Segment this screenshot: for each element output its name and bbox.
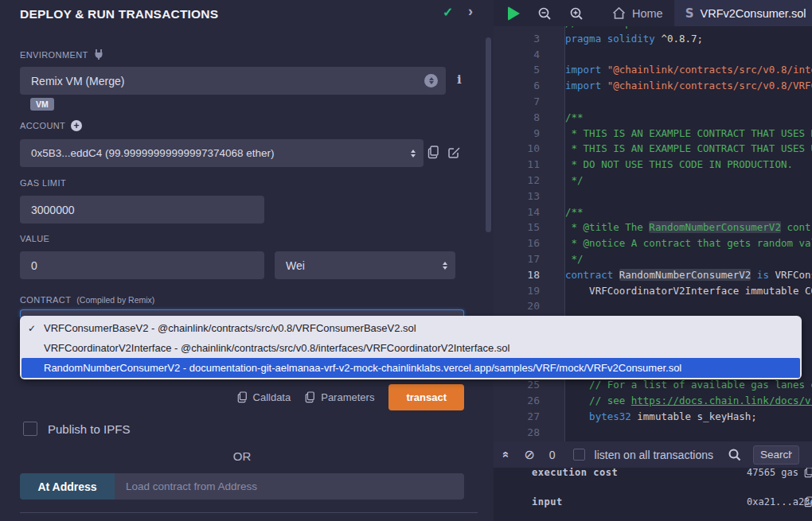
- line-number: 13: [494, 189, 540, 204]
- at-address-input[interactable]: [115, 473, 464, 500]
- publish-checkbox[interactable]: [23, 422, 37, 436]
- line-number: 16: [494, 235, 540, 251]
- home-icon: [612, 7, 626, 20]
- code-line: [565, 189, 812, 204]
- tab-active-file[interactable]: S VRFv2Consumer.sol ×: [674, 0, 812, 26]
- zoom-in-icon[interactable]: [569, 6, 584, 21]
- listen-checkbox[interactable]: [573, 449, 585, 461]
- plug-icon: [94, 49, 103, 60]
- code-line: [565, 94, 812, 110]
- code-line: * DO NOT USE THIS CODE IN PRODUCTION.: [565, 157, 812, 173]
- line-number: 15: [494, 220, 540, 235]
- code-line: */: [565, 251, 812, 267]
- environment-label: ENVIRONMENT: [20, 49, 103, 60]
- terminal-key: input: [532, 496, 563, 507]
- terminal-key: execution cost: [532, 468, 618, 478]
- copy-icon: [305, 391, 315, 403]
- play-icon[interactable]: [508, 6, 520, 21]
- block-icon[interactable]: ⊘: [524, 447, 534, 462]
- environment-value: Remix VM (Merge): [31, 75, 424, 87]
- chevron-right-icon[interactable]: ›: [468, 3, 473, 20]
- vm-badge: VM: [30, 98, 54, 111]
- code-line: * @notice A contract that gets random va…: [565, 235, 812, 251]
- value-input[interactable]: [20, 251, 264, 279]
- dropdown-option[interactable]: ✓VRFConsumerBaseV2 - @chainlink/contract…: [21, 318, 800, 338]
- transact-button[interactable]: transact: [388, 384, 464, 410]
- line-number: 14: [494, 204, 540, 220]
- code-line: [565, 298, 812, 314]
- code-line: */: [565, 173, 812, 189]
- code-line: * @title The RandomNumberConsumerV2 cont…: [565, 220, 812, 235]
- edit-icon[interactable]: [447, 146, 461, 159]
- copy-icon[interactable]: [427, 146, 439, 159]
- check-icon: ✓: [28, 323, 39, 334]
- code-line: * THIS IS AN EXAMPLE CONTRACT THAT USES …: [565, 141, 812, 157]
- line-number: 18: [494, 267, 540, 283]
- editor-tabbar: Home S VRFv2Consumer.sol ×: [494, 0, 812, 26]
- line-number: 4: [494, 47, 540, 63]
- terminal-output[interactable]: execution cost47565 gasinput0xa21...a23e…: [494, 468, 812, 521]
- line-number: 17: [494, 251, 540, 267]
- publish-label: Publish to IPFS: [48, 422, 130, 436]
- account-select[interactable]: 0x5B3...eddC4 (99.99999999999997374068 e…: [20, 139, 424, 167]
- code-line: // see https://docs.chain.link/docs/vrf-…: [565, 393, 812, 409]
- value-label: VALUE: [20, 234, 49, 243]
- value-unit: Wei: [286, 259, 443, 272]
- contract-label: CONTRACT (Compiled by Remix): [20, 295, 154, 305]
- gas-limit-input[interactable]: [20, 196, 264, 224]
- account-value: 0x5B3...eddC4 (99.99999999999997374068 e…: [31, 147, 411, 159]
- line-number: 7: [494, 94, 540, 110]
- tab-home-label: Home: [632, 7, 663, 20]
- environment-select[interactable]: Remix VM (Merge): [20, 67, 446, 95]
- plus-circle-icon[interactable]: +: [71, 120, 82, 131]
- dropdown-option[interactable]: RandomNumberConsumerV2 - documentation-g…: [21, 358, 800, 378]
- line-number: 8: [494, 110, 540, 126]
- section-divider: [20, 512, 478, 513]
- code-line: pragma solidity ^0.8.7;: [565, 31, 812, 47]
- terminal-value: 0xa21...a23e4: [747, 496, 812, 507]
- contract-sublabel: (Compiled by Remix): [76, 295, 154, 305]
- info-icon[interactable]: i: [457, 72, 462, 87]
- code-line: /**: [565, 204, 812, 220]
- code-line: [565, 47, 812, 63]
- check-icon: ✓: [443, 5, 453, 20]
- line-number: 19: [494, 283, 540, 299]
- line-number: 27: [494, 409, 540, 425]
- line-number: 20: [494, 298, 540, 314]
- select-arrows-icon: [424, 74, 438, 87]
- publish-row: Publish to IPFS: [23, 422, 130, 436]
- copy-icon[interactable]: [804, 496, 812, 507]
- line-number: 6: [494, 78, 540, 94]
- deploy-actions-row: Calldata Parameters transact: [20, 383, 464, 410]
- dropdown-option[interactable]: VRFCoordinatorV2Interface - @chainlink/c…: [21, 338, 800, 358]
- code-line: import "@chainlink/contracts/src/v0.8/in…: [565, 62, 812, 78]
- at-address-button[interactable]: At Address: [20, 473, 115, 500]
- code-line: VRFCoordinatorV2Interface immutable COOR…: [565, 283, 812, 299]
- terminal-search-input[interactable]: [753, 445, 799, 465]
- line-number: 10: [494, 141, 540, 157]
- deploy-run-panel: DEPLOY & RUN TRANSACTIONS ✓ › ENVIRONMEN…: [0, 0, 494, 521]
- value-unit-select[interactable]: Wei: [275, 251, 455, 279]
- terminal-value: 47565 gas: [747, 468, 798, 478]
- line-number: 9: [494, 126, 540, 142]
- line-number: 25: [494, 377, 540, 393]
- select-arrows-icon: [443, 262, 447, 270]
- gas-limit-label: GAS LIMIT: [20, 178, 66, 188]
- select-arrows-icon: [411, 150, 416, 157]
- page-title: DEPLOY & RUN TRANSACTIONS: [20, 7, 218, 21]
- panel-scrollbar[interactable]: [486, 37, 491, 232]
- collapse-icon[interactable]: «: [500, 451, 513, 457]
- code-line: contract RandomNumberConsumerV2 is VRFCo…: [565, 267, 812, 283]
- zoom-out-icon[interactable]: [537, 6, 552, 21]
- code-line: * THIS IS AN EXAMPLE CONTRACT THAT USES …: [565, 126, 812, 142]
- terminal-toolbar: « ⊘ 0 listen on all transactions: [494, 441, 812, 468]
- parameters-button[interactable]: Parameters: [305, 391, 374, 403]
- code-line: import "@chainlink/contracts/src/v0.8/VR…: [565, 78, 812, 94]
- code-line: // An example of a consumer contract tha…: [565, 26, 812, 31]
- or-divider: OR: [20, 449, 464, 463]
- calldata-button[interactable]: Calldata: [237, 391, 291, 403]
- tab-home[interactable]: Home: [601, 0, 674, 26]
- copy-icon[interactable]: [804, 468, 812, 478]
- copy-icon: [237, 391, 248, 403]
- code-line: /**: [565, 110, 812, 126]
